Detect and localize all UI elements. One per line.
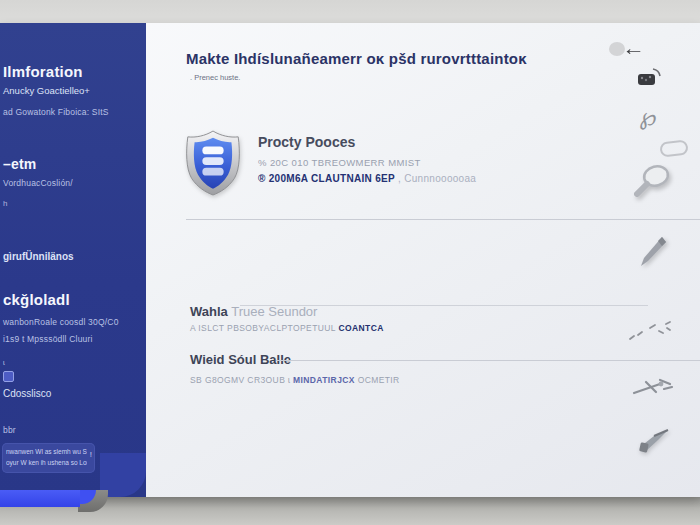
- row3-sub-strong: MINDATIRJCX: [293, 375, 355, 385]
- sidebar-notice-box[interactable]: nwanwen Wl as slemh wu Sulend SrieM oyur…: [2, 443, 95, 473]
- sparkle-marks-icon[interactable]: [626, 319, 676, 345]
- pen-icon[interactable]: [638, 235, 668, 269]
- row2-title-strong: Wahla: [190, 304, 228, 319]
- page-title: Makte Ihdíslunañeamerr oĸ pšd rurovrttta…: [186, 50, 527, 67]
- sidebar-section-info-sub1[interactable]: Anucky Goactielleo+: [0, 85, 90, 96]
- notice-line-2: oyur W ken ih ushena so Lonpanall Sunsoo…: [6, 458, 87, 469]
- ribbon-icon[interactable]: ℘: [639, 102, 659, 132]
- card-line-2: ® 200M6A CLAUTNAIN 6EP , Cunnnoooooaa: [258, 173, 476, 184]
- list-item-2-title[interactable]: Wahla Truee Seundor: [190, 304, 317, 319]
- sidebar-footer-label: bbr: [0, 425, 16, 435]
- card-line-2-strong: ® 200M6A CLAUTNAIN 6EP: [258, 173, 395, 184]
- page-subtitle: . Prenec huste.: [190, 73, 240, 82]
- row3-sub-pre: SB G8OGMV CR3OUB ɩ: [190, 375, 293, 385]
- sidebar-section-ck-sub1[interactable]: wanbonRoale coosdl 30Q/C0: [0, 317, 119, 327]
- sidebar-section-info-title[interactable]: Ilmforation: [0, 63, 83, 80]
- sidebar-section-ck-title[interactable]: ckğloladl: [0, 291, 70, 308]
- sidebar-section-ck-sub2[interactable]: i1s9 t Mpsssödll Cluuri: [0, 334, 93, 344]
- group-icon[interactable]: [636, 65, 664, 89]
- tools-icon[interactable]: [630, 375, 676, 401]
- sidebar-item-1[interactable]: gìrufÜnnilänos: [0, 251, 74, 262]
- badge-icon[interactable]: [3, 371, 14, 382]
- card-title: Procty Pooces: [258, 134, 476, 150]
- list-item-2-subtitle: A ISLCT PBSOBYACLPTOPETUUL COANTCA: [190, 323, 384, 333]
- magnifier-icon[interactable]: [632, 163, 672, 199]
- shield-icon: [182, 129, 244, 197]
- back-arrow-icon[interactable]: ←: [622, 37, 645, 60]
- exclamation-icon: !: [90, 450, 92, 459]
- sidebar-section-etm-tick: h: [0, 199, 7, 208]
- card-line-2-rest: , Cunnnoooooaa: [395, 173, 476, 184]
- row3-sub-post: OCMETIR: [355, 375, 400, 385]
- sidebar-bottom-strip: [0, 490, 80, 507]
- notice-line-1: nwanwen Wl as slemh wu Sulend SrieM: [6, 447, 87, 458]
- sidebar-section-etm-sub1[interactable]: VordhuacCoslión/: [0, 178, 73, 188]
- sidebar: Ilmforation Anucky Goactielleo+ ad Gowat…: [0, 23, 146, 497]
- pen-nib-icon[interactable]: [634, 423, 674, 457]
- row2-title-rest: Truee Seundor: [228, 304, 318, 319]
- sidebar-section-etm-title[interactable]: –etm: [0, 156, 36, 172]
- list-item-3-subtitle: SB G8OGMV CR3OUB ɩ MINDATIRJCX OCMETIR: [190, 375, 400, 385]
- sidebar-section-ck-tick: ɩ: [0, 358, 5, 367]
- divider-1: [186, 219, 700, 220]
- card-line-1: % 20C 010 TBREOWMERR MMIST: [258, 157, 476, 168]
- process-card[interactable]: Procty Pooces % 20C 010 TBREOWMERR MMIST…: [258, 134, 476, 184]
- sidebar-section-info-sub2[interactable]: ad Gowatonk Fiboica: SItS: [0, 107, 109, 117]
- toggle-outline-icon[interactable]: [659, 140, 688, 158]
- divider-3: [276, 360, 700, 361]
- page-background: Ilmforation Anucky Goactielleo+ ad Gowat…: [0, 0, 700, 525]
- row2-sub-strong: COANTCA: [338, 323, 383, 333]
- row2-sub-pre: A ISLCT PBSOBYACLPTOPETUUL: [190, 323, 338, 333]
- sidebar-item-2[interactable]: Cdosslisco: [0, 388, 51, 399]
- app-window: Ilmforation Anucky Goactielleo+ ad Gowat…: [0, 23, 700, 497]
